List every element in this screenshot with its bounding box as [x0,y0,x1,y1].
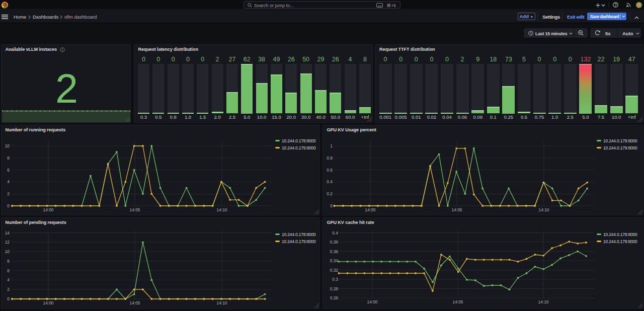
svg-text:4: 4 [7,277,10,282]
svg-text:14:00: 14:00 [43,207,53,212]
svg-text:14:10: 14:10 [538,207,549,212]
svg-text:10: 10 [5,249,10,254]
svg-text:0.38: 0.38 [330,240,338,245]
svg-text:10.244.0.179:8000: 10.244.0.179:8000 [282,145,316,150]
svg-text:10.244.0.179:8000: 10.244.0.179:8000 [603,145,637,150]
svg-text:0.2: 0.2 [327,191,333,196]
svg-text:4: 4 [7,179,10,184]
svg-text:8: 8 [7,259,10,264]
svg-text:10: 10 [5,143,10,148]
svg-text:14:05: 14:05 [129,207,140,212]
svg-text:14:00: 14:00 [367,299,377,304]
svg-text:0.34: 0.34 [330,258,338,263]
svg-text:14:00: 14:00 [365,207,375,212]
svg-text:14:10: 14:10 [216,207,227,212]
svg-text:10.244.0.178:8000: 10.244.0.178:8000 [282,232,316,237]
svg-text:14:00: 14:00 [43,300,53,305]
svg-text:14:10: 14:10 [538,299,548,304]
svg-text:0.4: 0.4 [327,179,333,184]
svg-text:2: 2 [7,287,10,292]
svg-text:0.36: 0.36 [330,249,338,254]
svg-text:0.3: 0.3 [332,277,338,282]
svg-text:6: 6 [7,268,10,273]
svg-text:10.244.0.179:8000: 10.244.0.179:8000 [603,239,637,244]
svg-text:0: 0 [330,203,333,208]
svg-text:14: 14 [5,230,10,236]
svg-text:1: 1 [330,143,333,148]
svg-text:2: 2 [7,191,10,196]
svg-text:0.6: 0.6 [327,168,333,173]
svg-text:10.244.0.178:8000: 10.244.0.178:8000 [603,232,637,237]
svg-text:14:05: 14:05 [451,207,462,212]
svg-text:0.8: 0.8 [327,156,333,161]
svg-text:0.28: 0.28 [330,286,338,291]
svg-text:0.32: 0.32 [330,268,338,273]
svg-text:0: 0 [7,296,10,301]
svg-text:14:05: 14:05 [452,299,463,304]
svg-text:12: 12 [5,240,10,245]
svg-text:14:05: 14:05 [129,300,140,305]
svg-text:10.244.0.178:8000: 10.244.0.178:8000 [282,138,316,143]
svg-text:14:10: 14:10 [216,300,227,305]
svg-text:8: 8 [7,156,10,161]
svg-text:10.244.0.179:8000: 10.244.0.179:8000 [282,239,316,244]
svg-text:0: 0 [7,203,10,208]
svg-text:0.26: 0.26 [330,295,338,300]
svg-text:6: 6 [7,168,10,173]
svg-text:10.244.0.178:8000: 10.244.0.178:8000 [603,138,637,143]
svg-text:0.4: 0.4 [332,230,338,236]
